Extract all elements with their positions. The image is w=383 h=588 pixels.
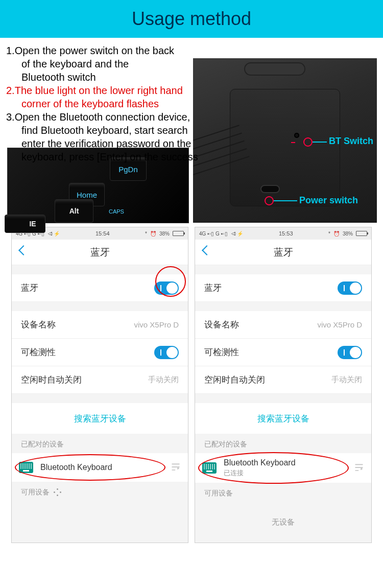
device-name-row[interactable]: 设备名称 vivo X5Pro D: [12, 311, 188, 339]
discoverable-label: 可检测性: [204, 346, 239, 358]
bluetooth-toggle[interactable]: [338, 281, 362, 295]
step2-line2: corner of the keyboard flashes: [6, 97, 383, 110]
paired-device-name: Bluetooth Keyboard: [40, 463, 171, 472]
discoverable-toggle[interactable]: [154, 346, 179, 359]
available-section-label: 可用设备: [195, 483, 371, 502]
caps-indicator: CAPS: [109, 208, 124, 215]
idle-close-label: 空闲时自动关闭: [204, 374, 265, 386]
device-name-row[interactable]: 设备名称 vivo X5Pro D: [195, 311, 371, 339]
top-section: 1.Open the power switch on the back of t…: [0, 38, 383, 227]
search-devices-label: 搜索蓝牙设备: [257, 413, 309, 425]
step3-line1: 3.Open the Bluetooth connection device,: [6, 110, 383, 124]
device-name-label: 设备名称: [21, 319, 56, 331]
header-band: Usage method: [0, 0, 383, 38]
idle-close-value: 手动关闭: [331, 375, 362, 385]
power-switch-slot: [260, 185, 280, 193]
paired-section-text: 已配对的设备: [204, 440, 247, 449]
settings-icon[interactable]: [354, 463, 364, 473]
no-device-text: 无设备: [195, 502, 371, 543]
settings-icon[interactable]: [171, 462, 181, 473]
phone-screenshots-row: 4G ▪▫▯ G ▪▫▯ ⏿ ⚡ 15:54 * ⏰ 38% 蓝牙 蓝牙 设备名…: [0, 227, 383, 554]
search-devices-label: 搜索蓝牙设备: [74, 413, 126, 425]
available-section-text: 可用设备: [204, 489, 233, 498]
key-alt: Alt: [55, 199, 93, 223]
step3-line2: find Bluetooth keyboard, start search: [6, 124, 383, 137]
device-name-value: vivo X5Pro D: [317, 320, 362, 329]
power-leader-line: [274, 200, 297, 201]
step1-line1: 1.Open the power switch on the back: [6, 44, 383, 57]
instructions-block: 1.Open the power switch on the back of t…: [0, 44, 383, 163]
status-bar: 4G ▪▫▯ G ▪▫▯ ⏿ ⚡ 15:53 * ⏰ 38%: [195, 227, 371, 240]
usb-icon: ⏿ ⚡: [231, 231, 244, 237]
phone-left: 4G ▪▫▯ G ▪▫▯ ⏿ ⚡ 15:54 * ⏰ 38% 蓝牙 蓝牙 设备名…: [11, 227, 188, 543]
key-ie: IE: [5, 215, 45, 233]
bluetooth-toggle[interactable]: [154, 281, 179, 295]
step1-line3: Bluetooth switch: [6, 70, 383, 84]
alarm-icon: ⏰: [150, 231, 156, 237]
power-switch-label: Power switch: [299, 195, 358, 206]
nav-title: 蓝牙: [90, 246, 110, 259]
idle-close-label: 空闲时自动关闭: [21, 374, 82, 386]
back-button-icon[interactable]: [202, 245, 212, 255]
power-switch-marker-icon: [265, 196, 274, 205]
paired-device-row[interactable]: Bluetooth Keyboard: [12, 453, 188, 482]
paired-section-label: 已配对的设备: [12, 434, 188, 453]
bluetooth-label: 蓝牙: [21, 282, 38, 294]
paired-section-label: 已配对的设备: [195, 434, 371, 453]
discoverable-toggle[interactable]: [338, 346, 362, 359]
search-devices-button[interactable]: 搜索蓝牙设备: [195, 403, 371, 434]
step3-line4: keyboard, press [Enter] on the success: [6, 150, 383, 163]
bluetooth-master-row[interactable]: 蓝牙: [12, 274, 188, 302]
search-devices-button[interactable]: 搜索蓝牙设备: [12, 403, 188, 434]
status-time: 15:54: [95, 230, 110, 237]
discoverable-row[interactable]: 可检测性: [12, 339, 188, 366]
available-section-label: 可用设备: [12, 482, 188, 501]
available-section-text: 可用设备: [21, 488, 50, 497]
step1-line2: of the keyboard and the: [6, 57, 383, 70]
paired-device-row[interactable]: Bluetooth Keyboard 已连接: [195, 453, 371, 483]
step3-line3: enter the verification password on the: [6, 137, 383, 150]
navbar: 蓝牙: [12, 240, 188, 265]
nav-title: 蓝牙: [274, 246, 293, 259]
bluetooth-master-row[interactable]: 蓝牙: [195, 274, 371, 302]
discoverable-row[interactable]: 可检测性: [195, 339, 371, 366]
loading-spinner-icon: [54, 488, 62, 497]
idle-close-value: 手动关闭: [148, 375, 179, 385]
battery-pct: 38%: [343, 231, 353, 237]
bluetooth-icon: *: [145, 231, 147, 237]
status-time: 15:53: [279, 230, 293, 237]
page-title: Usage method: [132, 8, 251, 30]
discoverable-label: 可检测性: [21, 346, 56, 358]
keyboard-icon: [19, 462, 33, 473]
step2-line1: 2.The blue light on the lower right hand: [6, 84, 383, 97]
paired-device-name: Bluetooth Keyboard: [224, 458, 354, 467]
battery-icon: [356, 231, 367, 236]
idle-close-row[interactable]: 空闲时自动关闭 手动关闭: [195, 366, 371, 394]
battery-icon: [173, 231, 184, 236]
bluetooth-label: 蓝牙: [204, 282, 222, 294]
keyboard-icon: [202, 462, 217, 474]
bluetooth-icon: *: [328, 231, 330, 237]
usb-icon: ⏿ ⚡: [47, 231, 60, 237]
device-name-label: 设备名称: [204, 319, 239, 331]
alarm-icon: ⏰: [333, 231, 340, 237]
paired-device-status: 已连接: [224, 468, 354, 478]
phone-right: 4G ▪▫▯ G ▪▫▯ ⏿ ⚡ 15:53 * ⏰ 38% 蓝牙 蓝牙 设备名…: [195, 227, 372, 543]
device-name-value: vivo X5Pro D: [134, 320, 179, 329]
network-indicator: 4G ▪▫▯ G ▪▫▯: [199, 231, 228, 237]
battery-pct: 38%: [159, 231, 170, 237]
navbar: 蓝牙: [195, 240, 371, 265]
back-button-icon[interactable]: [18, 245, 29, 255]
idle-close-row[interactable]: 空闲时自动关闭 手动关闭: [12, 366, 188, 394]
paired-section-text: 已配对的设备: [21, 440, 64, 449]
